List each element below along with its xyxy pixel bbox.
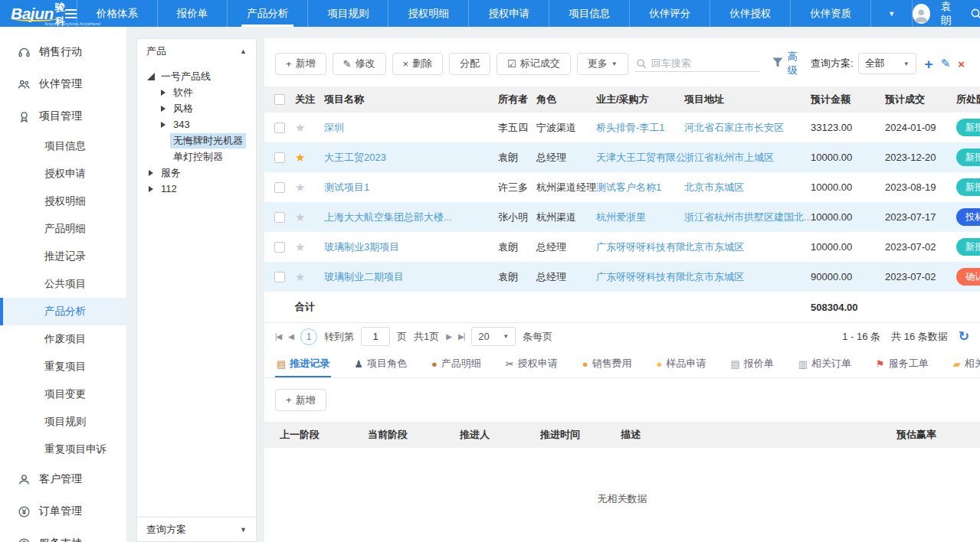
edit-button[interactable]: ✎修改	[333, 53, 386, 75]
tab-推进记录[interactable]: ▤推进记录	[275, 350, 331, 377]
tab-产品明细[interactable]: ●产品明细	[430, 350, 483, 377]
buyer-link[interactable]: 测试客户名称1	[596, 181, 661, 193]
tab-服务工单[interactable]: ⚑服务工单	[874, 350, 930, 377]
last-page-icon[interactable]: ▶|	[458, 332, 464, 341]
star-icon[interactable]: ★	[295, 240, 305, 253]
tab-报价单[interactable]: ▤报价单	[729, 350, 775, 377]
tree-node[interactable]: 风格	[140, 100, 253, 116]
buyer-link[interactable]: 广东呀呀呀科技有限...	[596, 271, 684, 282]
star-icon[interactable]: ★	[295, 121, 305, 134]
address-link[interactable]: 北京市东城区	[684, 271, 744, 282]
tree-expander-icon[interactable]	[159, 120, 168, 129]
sidebar-subitem-产品分析[interactable]: 产品分析	[0, 298, 126, 325]
sidebar-subitem-授权明细[interactable]: 授权明细	[0, 188, 126, 215]
address-link[interactable]: 浙江省杭州市拱墅区建国北...	[684, 211, 811, 223]
tree-node[interactable]: 一号产品线	[140, 68, 253, 84]
prev-page-icon[interactable]: ◀	[288, 332, 293, 341]
detail-add-button[interactable]: +新增	[275, 389, 326, 411]
tree-expander-icon[interactable]	[146, 184, 156, 194]
table-row[interactable]: ★深圳李五四宁波渠道桥头排骨-李工1河北省石家庄市长安区33123.002024…	[264, 113, 980, 142]
select-all-checkbox[interactable]	[274, 94, 285, 105]
nav-item[interactable]: 授权申请	[468, 0, 549, 27]
filter-funnel-icon[interactable]	[772, 57, 783, 70]
project-name-link[interactable]: 玻璃制业3期项目	[324, 241, 399, 253]
nav-item[interactable]: 授权明细	[388, 0, 468, 27]
tab-样品申请[interactable]: ●样品申请	[655, 350, 708, 377]
nav-item[interactable]: 伙伴授权	[710, 0, 790, 27]
tree-node[interactable]: 343	[140, 116, 253, 132]
buyer-link[interactable]: 杭州爱浙里	[596, 211, 646, 223]
project-name-link[interactable]: 大王工贸2023	[324, 152, 386, 163]
star-icon[interactable]: ★	[295, 211, 305, 224]
sidebar-item-项目管理[interactable]: 项目管理	[0, 100, 126, 132]
nav-item[interactable]: 伙伴资质	[790, 0, 870, 27]
page-input[interactable]	[361, 327, 390, 346]
row-checkbox[interactable]	[274, 152, 285, 163]
project-name-link[interactable]: 玻璃制业二期项目	[324, 271, 404, 282]
current-page[interactable]: 1	[300, 328, 317, 345]
address-link[interactable]: 北京市东城区	[684, 241, 744, 253]
table-row[interactable]: ★玻璃制业二期项目袁朗总经理广东呀呀呀科技有限...北京市东城区90000.00…	[264, 262, 980, 292]
search-icon[interactable]	[970, 7, 980, 21]
star-icon[interactable]: ★	[295, 270, 305, 283]
delete-scheme-icon[interactable]: ×	[958, 57, 965, 70]
star-icon[interactable]: ★	[295, 181, 305, 194]
refresh-icon[interactable]: ↻	[959, 328, 969, 344]
add-button[interactable]: +新增	[275, 53, 326, 75]
sidebar-subitem-项目规则[interactable]: 项目规则	[0, 408, 126, 436]
sidebar-subitem-公共项目[interactable]: 公共项目	[0, 270, 126, 298]
sidebar-subitem-作废项目[interactable]: 作废项目	[0, 325, 126, 353]
avatar[interactable]	[913, 4, 929, 24]
tree-expander-icon[interactable]	[146, 72, 156, 81]
buyer-link[interactable]: 天津大王工贸有限公司	[596, 152, 684, 163]
search-input[interactable]	[651, 57, 759, 69]
star-icon[interactable]: ★	[295, 151, 305, 164]
sidebar-subitem-推进记录[interactable]: 推进记录	[0, 243, 126, 270]
sidebar-subitem-重复项目[interactable]: 重复项目	[0, 353, 126, 380]
tab-销售费用[interactable]: ●销售费用	[581, 350, 634, 377]
sidebar-item-客户管理[interactable]: 客户管理	[0, 463, 126, 495]
next-page-icon[interactable]: ▶	[446, 332, 451, 341]
sidebar-item-服务支持[interactable]: 服务支持	[0, 527, 126, 542]
nav-item[interactable]: 项目信息	[549, 0, 629, 27]
table-row[interactable]: ★上海大大航空集团总部大楼...张小明杭州渠道杭州爱浙里浙江省杭州市拱墅区建国北…	[264, 202, 980, 232]
user-name[interactable]: 袁朗	[941, 0, 959, 28]
page-size-select[interactable]: 20 ▼	[471, 327, 516, 346]
address-link[interactable]: 河北省石家庄市长安区	[684, 122, 784, 133]
nav-more-chevron-down-icon[interactable]: ▼	[870, 0, 913, 27]
nav-item[interactable]: 价格体系	[77, 0, 157, 27]
sidebar-subitem-项目变更[interactable]: 项目变更	[0, 380, 126, 408]
delete-button[interactable]: ×删除	[392, 53, 444, 75]
project-name-link[interactable]: 测试项目1	[324, 181, 369, 193]
edit-scheme-icon[interactable]: ✎	[941, 57, 951, 70]
sidebar-subitem-重复项目申诉[interactable]: 重复项目申诉	[0, 436, 126, 463]
nav-item[interactable]: 项目规则	[307, 0, 388, 27]
collapse-up-icon[interactable]: ▲	[240, 47, 247, 55]
table-row[interactable]: ★测试项目1许三多杭州渠道经理测试客户名称1北京市东城区10000.002023…	[264, 172, 980, 202]
tree-node[interactable]: 服务	[140, 165, 253, 181]
row-checkbox[interactable]	[274, 272, 285, 282]
more-button[interactable]: 更多▼	[577, 53, 628, 75]
table-row[interactable]: ★玻璃制业3期项目袁朗总经理广东呀呀呀科技有限...北京市东城区10000.00…	[264, 232, 980, 262]
address-link[interactable]: 北京市东城区	[684, 181, 744, 193]
row-checkbox[interactable]	[274, 212, 285, 223]
mark-deal-button[interactable]: ☑标记成交	[497, 53, 571, 75]
tab-相关文件[interactable]: ▰相关文件	[952, 350, 980, 377]
nav-item[interactable]: 产品分析	[227, 0, 307, 27]
advanced-search-link[interactable]: 高级	[788, 50, 803, 77]
query-scheme-footer[interactable]: 查询方案 ▼	[137, 517, 256, 541]
sidebar-item-订单管理[interactable]: 订单管理	[0, 495, 126, 527]
buyer-link[interactable]: 广东呀呀呀科技有限...	[596, 241, 684, 253]
scheme-select[interactable]: 全部 ▼	[858, 53, 916, 74]
tab-相关订单[interactable]: ▥相关订单	[797, 350, 853, 377]
nav-item[interactable]: 报价单	[157, 0, 228, 27]
nav-item[interactable]: 伙伴评分	[629, 0, 710, 27]
tree-expander-icon[interactable]	[159, 104, 168, 113]
project-name-link[interactable]: 上海大大航空集团总部大楼...	[324, 211, 452, 223]
table-row[interactable]: ★大王工贸2023袁朗总经理天津大王工贸有限公司浙江省杭州市上城区10000.0…	[264, 142, 980, 172]
tree-expander-icon[interactable]	[159, 88, 168, 97]
tree-node[interactable]: 无悔牌时光机器	[140, 132, 253, 149]
tree-node[interactable]: 软件	[140, 84, 253, 100]
row-checkbox[interactable]	[274, 242, 285, 253]
sidebar-subitem-项目信息[interactable]: 项目信息	[0, 132, 126, 160]
